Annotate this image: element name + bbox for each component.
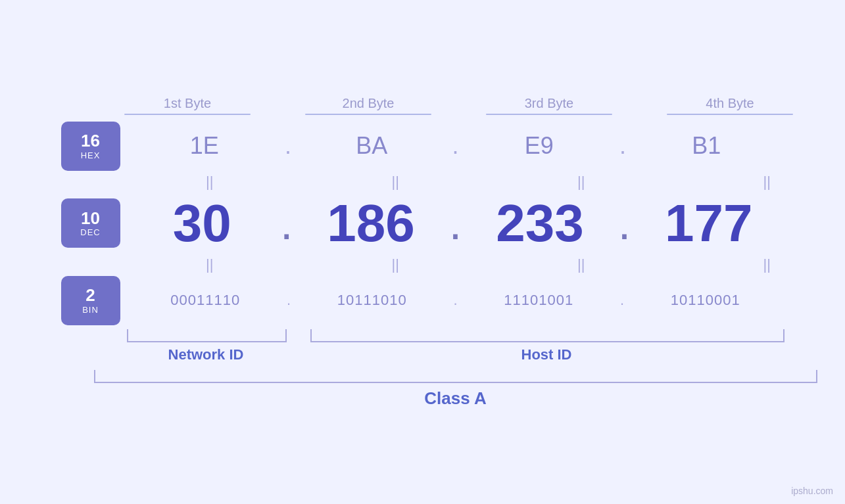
hex-dot-1: . [282, 132, 294, 160]
equals-row-1: || || || || [127, 171, 846, 193]
bottom-section: Network ID Host ID [61, 329, 785, 363]
equals-row-2: || || || || [127, 254, 846, 276]
eq1-3: || [498, 171, 665, 193]
underline-network [127, 329, 287, 342]
dec-dot-1: . [278, 197, 295, 250]
eq2-1: || [127, 254, 293, 276]
bin-val-2: 10111010 [293, 292, 450, 309]
bin-row: 2 BIN 00011110 . 10111010 . 11101001 . 1… [61, 276, 785, 325]
bin-val-3: 11101001 [460, 292, 617, 309]
dec-base-label: DEC [80, 227, 100, 237]
eq1-2: || [312, 171, 479, 193]
eq1-1: || [127, 171, 293, 193]
bin-dot-2: . [450, 292, 460, 309]
class-underline [94, 370, 817, 383]
dec-val-4: 177 [633, 193, 784, 254]
hex-val-3: E9 [462, 132, 617, 160]
eq2-2: || [312, 254, 479, 276]
bin-badge: 2 BIN [61, 276, 120, 325]
eq1-sep3 [664, 171, 684, 193]
hex-val-4: B1 [629, 132, 784, 160]
hex-values: 1E . BA . E9 . B1 [127, 132, 785, 160]
hex-row: 16 HEX 1E . BA . E9 . B1 [61, 122, 785, 171]
main-container: 1st Byte 2nd Byte 3rd Byte 4th Byte 16 H… [61, 96, 785, 409]
dot-spacer-2 [285, 346, 309, 363]
hex-base-label: HEX [81, 150, 101, 160]
labels-row: Network ID Host ID [127, 346, 785, 363]
byte-header-4: 4th Byte [640, 96, 821, 115]
bin-val-1: 00011110 [127, 292, 284, 309]
dec-dot-3: . [616, 197, 633, 250]
hex-dot-3: . [617, 132, 629, 160]
class-label: Class A [94, 388, 817, 409]
bin-val-4: 10110001 [627, 292, 784, 309]
bin-base-label: BIN [82, 305, 99, 315]
host-id-label: Host ID [309, 346, 785, 363]
dec-row: 10 DEC 30 . 186 . 233 . 177 [61, 193, 785, 254]
byte-header-2: 2nd Byte [278, 96, 459, 115]
hex-val-1: 1E [127, 132, 282, 160]
dec-base-num: 10 [81, 209, 100, 228]
byte-headers-row: 1st Byte 2nd Byte 3rd Byte 4th Byte [97, 96, 821, 115]
watermark: ipshu.com [791, 486, 833, 496]
eq2-sep2 [479, 254, 498, 276]
underline-host [310, 329, 785, 342]
class-section: Class A [94, 370, 817, 409]
eq1-sep1 [293, 171, 312, 193]
hex-dot-2: . [449, 132, 461, 160]
dec-badge: 10 DEC [61, 198, 120, 248]
bin-dot-1: . [284, 292, 293, 309]
eq1-sep2 [479, 171, 498, 193]
bin-dot-3: . [617, 292, 627, 309]
bin-base-num: 2 [85, 286, 95, 305]
bin-values: 00011110 . 10111010 . 11101001 . 1011000… [127, 292, 785, 309]
eq2-sep3 [664, 254, 684, 276]
dec-val-2: 186 [295, 193, 446, 254]
rows-area: 16 HEX 1E . BA . E9 . B1 || || || || [61, 122, 785, 325]
dec-values: 30 . 186 . 233 . 177 [127, 193, 785, 254]
eq2-sep1 [293, 254, 312, 276]
dec-val-3: 233 [464, 193, 615, 254]
byte-header-1: 1st Byte [97, 96, 278, 115]
eq2-4: || [684, 254, 845, 276]
dec-val-1: 30 [127, 193, 278, 254]
dec-dot-2: . [447, 197, 464, 250]
hex-base-num: 16 [81, 131, 100, 150]
eq2-3: || [498, 254, 665, 276]
byte-header-3: 3rd Byte [459, 96, 640, 115]
hex-badge: 16 HEX [61, 122, 120, 171]
hex-val-2: BA [294, 132, 449, 160]
network-id-label: Network ID [127, 346, 285, 363]
eq1-4: || [684, 171, 845, 193]
underlines-row [127, 329, 785, 342]
